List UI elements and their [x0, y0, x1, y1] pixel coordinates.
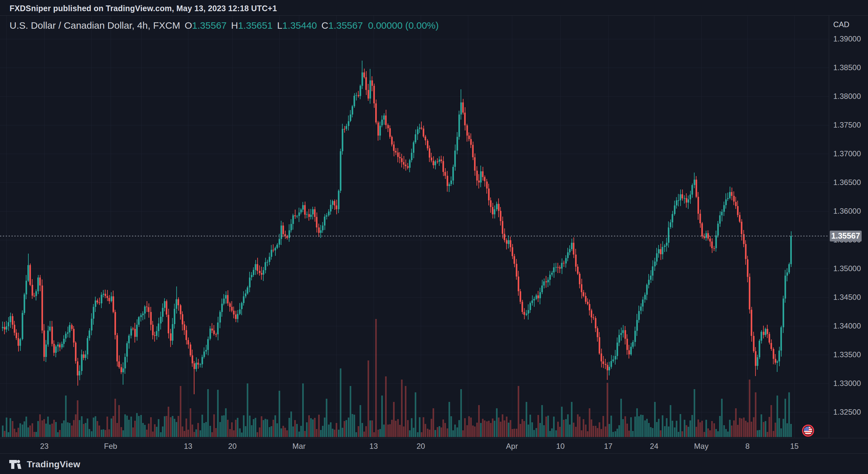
tradingview-branding[interactable]: TradingView: [9, 457, 80, 471]
volume-bar: [340, 368, 341, 437]
volume-bar: [312, 419, 314, 437]
volume-bar: [377, 429, 379, 437]
volume-bar: [332, 429, 334, 437]
volume-bar: [160, 432, 162, 437]
candlestick: [227, 295, 228, 303]
candlestick: [514, 256, 515, 264]
candlestick: [755, 351, 756, 366]
candlestick: [116, 335, 118, 361]
volume-bar: [462, 430, 464, 437]
volume-bar: [39, 414, 41, 437]
volume-bar: [41, 420, 43, 437]
time-axis-label: Mar: [292, 442, 305, 451]
volume-bar: [53, 420, 55, 437]
candlestick: [338, 191, 340, 209]
candlestick: [61, 344, 63, 347]
change-value: 0.00000 (0.00%): [368, 20, 439, 31]
price-axis[interactable]: CAD 1.390001.385001.380001.375001.370001…: [829, 15, 868, 438]
volume-bar: [567, 414, 569, 437]
volume-bar: [73, 420, 74, 437]
volume-bar: [755, 392, 756, 437]
candlestick: [773, 349, 774, 359]
candlestick: [765, 329, 766, 335]
candlestick: [529, 303, 531, 310]
volume-bar: [581, 430, 582, 437]
volume-bar: [255, 418, 256, 437]
candlestick: [442, 161, 444, 172]
candlestick: [444, 172, 446, 176]
candlestick: [14, 325, 15, 333]
volume-bar: [128, 420, 130, 437]
candlestick: [37, 277, 39, 291]
candlestick: [778, 351, 780, 361]
candle-wick: [295, 210, 296, 219]
candlestick: [385, 116, 387, 125]
candle-wick: [526, 310, 527, 317]
candlestick: [12, 316, 13, 325]
symbol-legend[interactable]: U.S. Dollar / Canadian Dollar, 4h, FXCMO…: [9, 20, 439, 31]
candlestick: [423, 128, 424, 137]
candlestick: [138, 317, 140, 325]
time-axis[interactable]: 23Feb1320Mar1320Apr101724May815: [0, 438, 868, 453]
candlestick: [595, 318, 596, 328]
symbol-title: U.S. Dollar / Canadian Dollar, 4h, FXCM: [9, 20, 180, 31]
volume-bar: [106, 417, 108, 437]
candlestick: [259, 271, 260, 273]
candlestick: [180, 305, 181, 314]
volume-bar: [399, 425, 401, 437]
volume-bar: [371, 420, 373, 437]
volume-bar: [351, 414, 353, 437]
tradingview-logo-icon: [9, 460, 23, 469]
volume-bar: [146, 429, 148, 437]
candlestick: [518, 276, 519, 291]
volume-bar: [314, 418, 316, 437]
candlestick: [780, 327, 782, 350]
horizontal-gridline: [0, 182, 829, 183]
volume-bar: [81, 416, 83, 437]
candlestick: [314, 209, 316, 217]
volume-bar: [529, 415, 531, 437]
volume-bar: [33, 432, 35, 437]
chart-pane[interactable]: U.S. Dollar / Canadian Dollar, 4h, FXCMO…: [0, 15, 829, 438]
candlestick: [466, 125, 468, 136]
volume-bar: [571, 402, 572, 437]
volume-bar: [154, 424, 156, 437]
volume-bar: [282, 426, 284, 437]
horizontal-gridline: [0, 211, 829, 211]
candlestick: [565, 258, 567, 264]
volume-bar: [745, 421, 747, 437]
volume-bar: [79, 420, 80, 437]
candlestick: [528, 310, 529, 314]
candlestick: [49, 327, 51, 330]
event-flag-marker[interactable]: [802, 424, 814, 437]
volume-bar: [192, 424, 193, 437]
candlestick: [53, 344, 55, 353]
vertical-gridline: [111, 16, 111, 438]
volume-bar: [773, 431, 774, 437]
volume-bar: [763, 422, 765, 437]
candlestick: [727, 198, 729, 199]
candlestick: [41, 286, 43, 330]
candlestick: [688, 199, 689, 203]
candlestick: [749, 277, 750, 309]
horizontal-gridline: [0, 154, 829, 154]
candlestick: [379, 126, 381, 136]
candlestick: [286, 236, 288, 238]
candlestick: [611, 361, 612, 367]
candlestick: [362, 72, 363, 86]
candle-wick: [212, 323, 212, 333]
candlestick: [152, 325, 154, 335]
volume-bar: [694, 389, 695, 437]
volume-bar: [75, 414, 76, 437]
volume-bar: [599, 422, 600, 437]
volume-bar: [363, 432, 365, 437]
candlestick: [101, 295, 102, 303]
volume-bar: [324, 418, 326, 437]
volume-bar: [486, 421, 488, 437]
volume-bar: [182, 426, 183, 437]
time-axis-label: Apr: [506, 442, 518, 451]
volume-bar: [156, 427, 157, 437]
candlestick: [318, 228, 320, 233]
candlestick: [502, 221, 503, 234]
volume-bar: [668, 426, 670, 437]
